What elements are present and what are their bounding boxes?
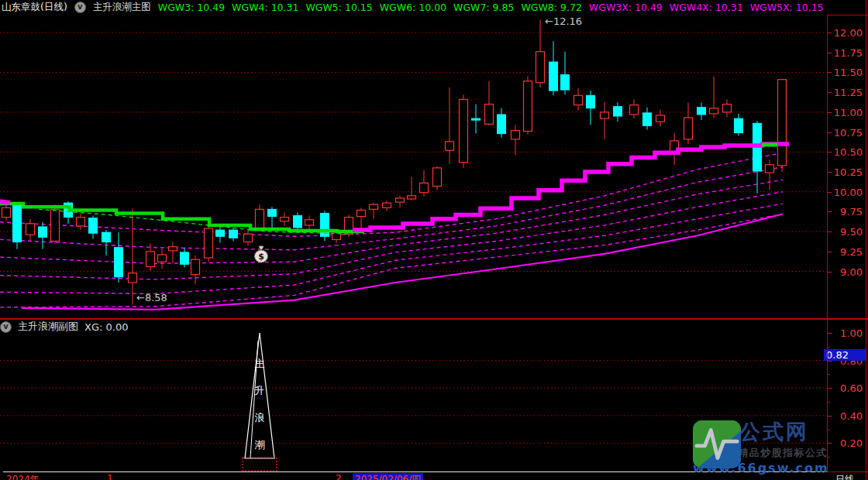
svg-text:$: $ — [258, 252, 264, 262]
xg-value: XG: 0.00 — [84, 321, 128, 333]
svg-text:主: 主 — [255, 358, 265, 369]
axis-top-border — [827, 15, 868, 15]
66gsw-logo-icon — [693, 420, 741, 468]
collapse-chevron-icon-sub[interactable]: v — [0, 321, 12, 333]
main-axis-label: 9.50 — [840, 226, 863, 238]
main-axis-label: 10.25 — [834, 166, 863, 177]
sub-chart-header: v 主升浪潮副图 XG: 0.00 — [0, 320, 128, 334]
period-label[interactable]: 日线 — [835, 473, 854, 480]
sub-axis-label: 0.60 — [840, 382, 863, 394]
axis-bottom-border — [827, 471, 868, 472]
watermark: 六六公式网 聚焦热门精品炒股指标公式 www.66gsw.com — [693, 420, 829, 475]
money-bag-icon: $ — [252, 245, 270, 265]
sub-axis-label: 1.00 — [840, 327, 863, 339]
svg-text:浪: 浪 — [255, 412, 265, 423]
panel-separator[interactable] — [0, 318, 868, 320]
candlestick-chart-canvas[interactable]: ←12.16←8.58主升浪潮 — [0, 0, 868, 480]
main-axis-label: 9.25 — [840, 245, 863, 257]
main-axis-label: 10.00 — [834, 186, 863, 197]
time-axis-tick-1: 1 — [107, 473, 113, 480]
svg-text:升: 升 — [255, 385, 265, 396]
sub-indicator-title[interactable]: 主升浪潮副图 — [18, 320, 78, 334]
main-axis-label: 11.75 — [834, 46, 863, 58]
main-axis-label: 10.50 — [834, 146, 863, 158]
svg-text:←12.16: ←12.16 — [545, 15, 582, 27]
current-value-badge: 0.82 — [824, 349, 866, 361]
main-axis-label: 11.00 — [834, 106, 863, 118]
time-axis-year-label: 2024年 — [6, 473, 40, 480]
time-axis-tick-2: 2 — [336, 473, 342, 480]
sub-value-axis: 1.000.800.600.400.20 — [827, 319, 866, 472]
main-price-axis: 12.0011.7511.5011.2511.0010.7510.5010.25… — [827, 15, 866, 318]
main-axis-label: 9.00 — [840, 266, 863, 277]
window-right-border — [866, 0, 866, 480]
main-axis-label: 9.75 — [840, 206, 863, 218]
selected-date-label: 2025/02/06/四 — [353, 473, 423, 480]
sub-axis-label: 0.20 — [840, 437, 863, 449]
main-axis-label: 11.50 — [834, 67, 863, 78]
trading-app-window: 山东章鼓(日线) v 主升浪潮主图 WGW3: 10.49 WGW4: 10.3… — [0, 0, 868, 480]
sub-axis-label: 0.40 — [840, 410, 863, 421]
svg-text:←8.58: ←8.58 — [136, 292, 167, 303]
axis-left-border — [827, 15, 828, 472]
main-axis-label: 10.75 — [834, 126, 863, 138]
main-axis-label: 12.00 — [834, 27, 863, 39]
svg-text:潮: 潮 — [255, 439, 265, 451]
main-axis-label: 11.25 — [834, 87, 863, 98]
